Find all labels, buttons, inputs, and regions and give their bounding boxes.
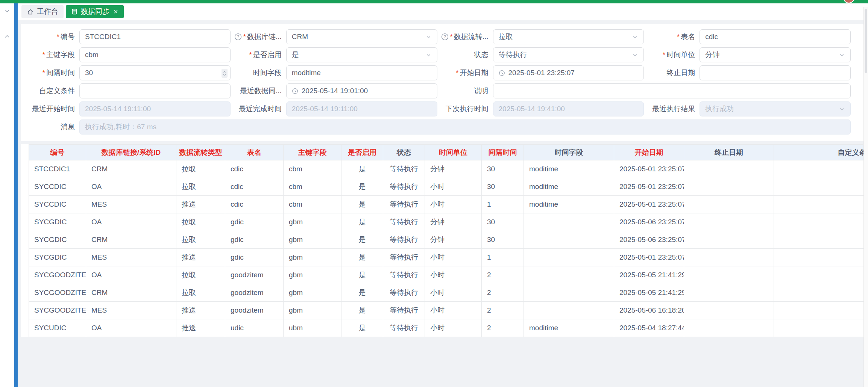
sidebar-edge-strip[interactable]	[14, 3, 18, 387]
table-row[interactable]: SYCGDICCRM拉取gdicgbm是等待执行分钟302025-05-06 2…	[29, 231, 864, 249]
form-field-code: *编号STCCDIC1?	[24, 29, 231, 44]
page-content: *编号STCCDIC1?*数据库链...CRM?*数据流转...拉取*表名cdi…	[18, 20, 868, 387]
table-cell: 小时	[425, 319, 482, 337]
table-row[interactable]: STCCDIC1CRM拉取cdiccbm是等待执行分钟30moditime202…	[29, 160, 864, 178]
code-input[interactable]: STCCDIC1	[79, 29, 231, 44]
tab-workbench[interactable]: 工作台	[21, 5, 64, 18]
start-date-input[interactable]: 2025-05-01 23:25:07	[493, 65, 644, 80]
form-field-last-start-time: 最近开始时间2025-05-14 19:11:00	[24, 101, 231, 116]
help-icon[interactable]: ?	[234, 33, 242, 41]
table-cell: CRM	[86, 284, 176, 302]
column-header: 时间单位	[425, 145, 482, 160]
table-cell: 2	[482, 302, 524, 319]
table-cell: goodzitem	[225, 266, 284, 284]
status-value: 等待执行	[499, 50, 629, 60]
column-header: 主键字段	[284, 145, 341, 160]
table-cell: 拉取	[176, 266, 225, 284]
table-cell: 等待执行	[383, 160, 425, 178]
table-cell	[524, 302, 614, 319]
table-cell: moditime	[524, 160, 614, 178]
table-cell: 30	[482, 178, 524, 196]
table-row[interactable]: SYCCDICMES推送cdiccbm是等待执行小时1moditime2025-…	[29, 196, 864, 213]
table-cell: udic	[225, 319, 284, 337]
table-row[interactable]: SYCGDICMES推送gdicgbm是等待执行小时12025-05-01 23…	[29, 249, 864, 266]
number-stepper-icon[interactable]	[222, 69, 228, 78]
table-name-input[interactable]: cdic	[700, 29, 851, 44]
last-finish-time-input: 2025-05-14 19:11:00	[286, 101, 437, 116]
table-cell: 等待执行	[383, 319, 425, 337]
flow-type-select[interactable]: 拉取	[493, 29, 644, 44]
help-icon[interactable]: ?	[441, 33, 449, 41]
table-row[interactable]: SYCCDICOA拉取cdiccbm是等待执行小时30moditime2025-…	[29, 178, 864, 196]
table-cell	[684, 160, 774, 178]
custom-condition-input[interactable]	[79, 83, 231, 98]
table-cell: 拉取	[176, 213, 225, 231]
form-row: *编号STCCDIC1?*数据库链...CRM?*数据流转...拉取*表名cdi…	[24, 29, 851, 44]
time-field-input[interactable]: moditime	[286, 65, 437, 80]
table-cell: 拉取	[176, 160, 225, 178]
form-field-table-name: *表名cdic	[644, 29, 851, 44]
table-cell: 等待执行	[383, 302, 425, 319]
status-label: 状态	[437, 47, 493, 62]
time-unit-value: 分钟	[705, 50, 836, 60]
table-cell	[684, 196, 774, 213]
primary-key-input[interactable]: cbm	[79, 47, 231, 62]
enabled-select[interactable]: 是	[286, 47, 437, 62]
table-cell: SYCCDIC	[29, 196, 86, 213]
table-cell: gbm	[284, 302, 341, 319]
required-star: *	[42, 69, 45, 77]
table-row[interactable]: SYCGOODZITEMOA拉取goodzitemgbm是等待执行小时22025…	[29, 266, 864, 284]
form-field-enabled: *是否启用是	[231, 47, 437, 62]
required-star: *	[57, 33, 59, 41]
table-cell: 2	[482, 284, 524, 302]
table-cell: 是	[341, 284, 383, 302]
tab-data-sync[interactable]: 数据同步	[66, 5, 124, 18]
table-name-label: *表名	[644, 29, 700, 44]
message-label: 消息	[24, 119, 79, 135]
table-cell: 2025-05-05 21:41:29	[614, 284, 684, 302]
close-icon[interactable]	[113, 9, 118, 14]
table-cell: SYCCDIC	[29, 178, 86, 196]
table-cell: 分钟	[425, 231, 482, 249]
table-cell: SYCGOODZITEM	[29, 284, 86, 302]
user-avatar[interactable]	[843, 0, 854, 3]
table-cell: 小时	[425, 178, 482, 196]
table-cell	[774, 213, 864, 231]
clock-icon	[499, 70, 505, 76]
table-cell	[524, 266, 614, 284]
time-unit-select[interactable]: 分钟	[700, 47, 851, 62]
collapse-chevron-down-icon[interactable]	[3, 7, 11, 15]
table-cell: 2025-05-01 23:25:07	[614, 196, 684, 213]
last-result-select: 执行成功	[700, 101, 851, 116]
description-input[interactable]	[493, 83, 851, 98]
column-header: 数据库链接/系统ID	[86, 145, 176, 160]
table-row[interactable]: SYCGDICOA拉取gdicgbm是等待执行分钟302025-05-06 23…	[29, 213, 864, 231]
table-cell: ubm	[284, 319, 341, 337]
table-cell: cbm	[284, 178, 341, 196]
table-row[interactable]: SYCUDICOA推送udicubm是等待执行小时2moditime2025-0…	[29, 319, 864, 337]
table-cell: moditime	[524, 319, 614, 337]
status-select[interactable]: 等待执行	[493, 47, 644, 62]
form-field-message: 消息执行成功,耗时：67 ms	[24, 119, 851, 135]
last-sync-input[interactable]: 2025-05-14 19:01:00	[286, 83, 437, 98]
end-date-input[interactable]	[700, 65, 851, 80]
table-cell: 拉取	[176, 231, 225, 249]
last-finish-time-label: 最近完成时间	[231, 101, 286, 116]
scrollbar-thumb[interactable]	[865, 9, 867, 73]
table-body: STCCDIC1CRM拉取cdiccbm是等待执行分钟30moditime202…	[29, 160, 864, 337]
table-cell	[524, 213, 614, 231]
form-row: *间隔时间30时间字段moditime*开始日期2025-05-01 23:25…	[24, 65, 851, 80]
table-cell	[524, 231, 614, 249]
collapse-chevron-up-icon[interactable]	[3, 33, 11, 40]
table-cell: 是	[341, 302, 383, 319]
interval-input[interactable]: 30	[79, 65, 231, 80]
table-row[interactable]: SYCGOODZITEMCRM拉取goodzitemgbm是等待执行小时2202…	[29, 284, 864, 302]
last-start-time-input: 2025-05-14 19:11:00	[79, 101, 231, 116]
vertical-scrollbar[interactable]	[863, 7, 868, 387]
form-row: 最近开始时间2025-05-14 19:11:00最近完成时间2025-05-1…	[24, 101, 851, 116]
db-link-select[interactable]: CRM	[286, 29, 437, 44]
next-run-time-value: 2025-05-14 19:41:00	[499, 105, 639, 113]
table-cell: goodzitem	[225, 302, 284, 319]
chevron-down-icon	[632, 52, 638, 58]
table-row[interactable]: SYCGOODZITEMMES推送goodzitemgbm是等待执行小时2202…	[29, 302, 864, 319]
